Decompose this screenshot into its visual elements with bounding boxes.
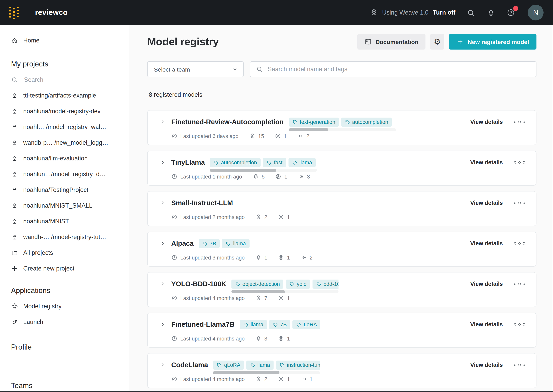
documentation-button[interactable]: Documentation <box>357 34 425 49</box>
consumer-count: 1 <box>278 295 290 301</box>
tags-scrollbar[interactable] <box>210 168 317 172</box>
team-select[interactable]: Select a team <box>147 61 244 77</box>
project-name: noahlun…/model_registry_d… <box>23 171 106 178</box>
more-menu-button[interactable] <box>514 364 525 366</box>
tags-scrollbar-thumb[interactable] <box>231 290 285 293</box>
new-registered-model-button[interactable]: New registered model <box>449 34 537 49</box>
tag-label: autocompletion <box>352 119 388 125</box>
view-details-button[interactable]: View details <box>470 362 503 368</box>
sidebar-item-home[interactable]: Home <box>11 33 129 48</box>
model-name[interactable]: Finetuned-Llama7B <box>171 320 234 329</box>
notifications-button[interactable] <box>486 8 496 17</box>
expand-chevron-icon[interactable] <box>159 321 166 328</box>
expand-chevron-icon[interactable] <box>159 362 166 368</box>
tags-scrollbar[interactable] <box>231 290 338 293</box>
sidebar-project-item[interactable]: noahl… /model_registry_wal… <box>11 119 129 135</box>
folder-icon <box>11 249 18 256</box>
view-details-button[interactable]: View details <box>470 281 503 287</box>
model-name[interactable]: YOLO-BDD-100K <box>171 280 226 288</box>
more-menu-button[interactable] <box>514 202 525 204</box>
user-avatar[interactable]: N <box>528 5 544 21</box>
link-icon <box>298 173 304 180</box>
brand-name[interactable]: reviewco <box>35 8 68 17</box>
view-details-button[interactable]: View details <box>470 200 503 206</box>
sidebar-project-item[interactable]: wandb-p… /new_model_logg… <box>11 135 129 151</box>
model-name[interactable]: Finetuned-Review-Autocompletion <box>171 118 284 126</box>
tag-pill[interactable]: 7B <box>269 320 290 329</box>
tag-pill[interactable]: qLoRA <box>213 360 244 369</box>
tag-zone: text-generation autocompletion <box>289 117 392 126</box>
model-search-input[interactable] <box>267 65 531 73</box>
sidebar-search-input[interactable] <box>23 76 129 84</box>
tags-scrollbar-thumb[interactable] <box>210 168 276 172</box>
model-name[interactable]: CodeLlama <box>171 361 208 369</box>
sidebar-item-all-projects[interactable]: All projects <box>11 245 129 261</box>
tag-pill[interactable]: llama <box>288 158 316 167</box>
sidebar-item-model-registry[interactable]: Model registry <box>11 298 129 314</box>
tags-scrollbar[interactable] <box>289 128 396 131</box>
tag-pill[interactable]: instruction-tuning <box>276 360 320 369</box>
view-details-button[interactable]: View details <box>470 321 503 328</box>
person-icon <box>275 133 281 139</box>
tag-pill[interactable]: fast <box>263 158 286 167</box>
model-search[interactable] <box>250 61 537 77</box>
tag-pill[interactable]: yolo <box>286 279 310 288</box>
sidebar-project-item[interactable]: noahluna/MNIST_SMALL <box>11 198 129 213</box>
expand-chevron-icon[interactable] <box>159 240 166 246</box>
tag-pill[interactable]: object-detection <box>231 279 283 288</box>
sidebar-project-item[interactable]: noahluna/MNIST <box>11 213 129 229</box>
sidebar-project-item[interactable]: noahluna/model-registry-dev <box>11 103 129 119</box>
tag-pill[interactable]: llama <box>222 239 250 248</box>
more-menu-button[interactable] <box>514 161 525 164</box>
global-search-button[interactable] <box>466 8 475 17</box>
model-name[interactable]: Alpaca <box>171 239 194 247</box>
model-name[interactable]: TinyLlama <box>171 158 205 167</box>
tag-icon <box>345 119 350 125</box>
lock-icon <box>11 218 18 225</box>
more-menu-button[interactable] <box>514 242 525 245</box>
search-icon <box>11 76 18 83</box>
brand-logo-icon[interactable] <box>8 6 20 20</box>
tag-pill[interactable]: 7B <box>199 239 220 248</box>
tag-icon <box>316 281 321 287</box>
more-menu-button[interactable] <box>514 121 525 123</box>
lock-icon <box>11 234 18 241</box>
sidebar-search[interactable] <box>11 72 129 88</box>
search-icon <box>256 66 263 73</box>
version-count: 5 <box>253 173 265 180</box>
more-menu-button[interactable] <box>514 283 525 285</box>
sidebar-item-launch[interactable]: Launch <box>11 314 129 330</box>
tag-label: text-generation <box>300 119 335 125</box>
tag-pill[interactable]: LoRA <box>293 320 321 329</box>
tag-pill[interactable]: bdd-100k <box>313 279 338 288</box>
view-details-button[interactable]: View details <box>470 159 503 166</box>
clock-icon <box>171 335 178 342</box>
help-button[interactable] <box>506 8 516 17</box>
expand-chevron-icon[interactable] <box>159 200 166 206</box>
tag-icon <box>292 119 297 125</box>
sidebar-project-item[interactable]: noahluna/TestingProject <box>11 182 129 198</box>
weave-turn-off-button[interactable]: Turn off <box>433 9 455 16</box>
tag-pill[interactable]: autocompletion <box>210 158 261 167</box>
settings-button[interactable]: ⚙ <box>430 34 444 49</box>
tags-scrollbar-thumb[interactable] <box>213 371 280 374</box>
expand-chevron-icon[interactable] <box>159 281 166 287</box>
tag-pill[interactable]: autocompletion <box>341 117 392 126</box>
sidebar-project-item[interactable]: noahlun…/model_registry_d… <box>11 166 129 182</box>
model-name[interactable]: Small-Instruct-LLM <box>171 199 233 207</box>
expand-chevron-icon[interactable] <box>159 119 166 125</box>
tags-scrollbar[interactable] <box>213 371 320 374</box>
more-menu-button[interactable] <box>514 323 525 326</box>
sidebar-item-create-project[interactable]: Create new project <box>11 261 129 276</box>
view-details-button[interactable]: View details <box>470 240 503 246</box>
expand-chevron-icon[interactable] <box>159 159 166 166</box>
sidebar-project-item[interactable]: ttl-testing/artifacts-example <box>11 88 129 103</box>
versions-icon <box>255 254 262 261</box>
tag-pill[interactable]: llama <box>246 360 273 369</box>
tag-pill[interactable]: llama <box>239 320 267 329</box>
tag-pill[interactable]: text-generation <box>289 117 339 126</box>
view-details-button[interactable]: View details <box>470 119 503 125</box>
sidebar-project-item[interactable]: noahluna/llm-evaluation <box>11 151 129 166</box>
sidebar-project-item[interactable]: wandb-… /model-registry-tut… <box>11 229 129 245</box>
tags-scrollbar-thumb[interactable] <box>289 128 328 131</box>
